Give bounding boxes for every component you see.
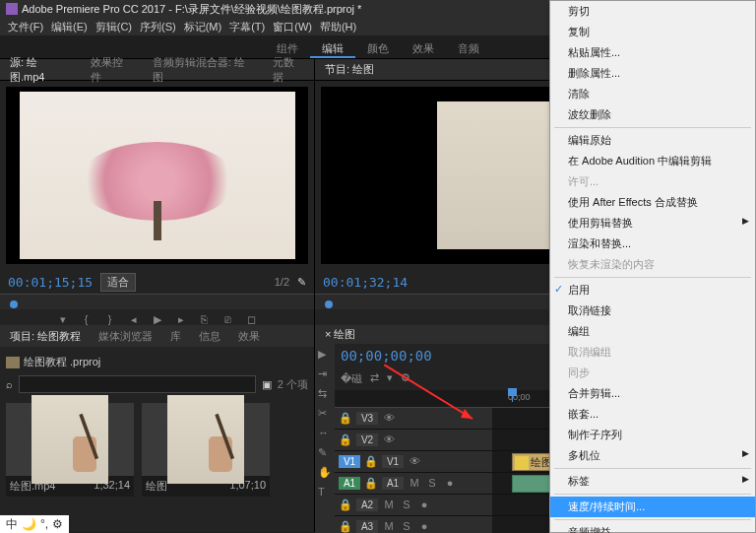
menu-marker[interactable]: 标记(M) — [182, 18, 224, 35]
razor-icon[interactable]: ✂ — [318, 407, 332, 421]
a3-label[interactable]: A3 — [356, 520, 378, 533]
ctx-item[interactable]: 剪切 — [550, 1, 755, 22]
source-resolution[interactable]: 1/2 — [275, 276, 289, 288]
eye-icon[interactable]: 👁 — [408, 455, 421, 469]
v1-src-label[interactable]: V1 — [339, 455, 360, 468]
ctx-item[interactable]: 粘贴属性... — [550, 42, 755, 63]
record-icon[interactable]: ● — [443, 477, 457, 491]
program-timecode[interactable]: 00:01;32;14 — [323, 275, 408, 290]
ctx-item[interactable]: 复制 — [550, 22, 755, 42]
slip-icon[interactable]: ↔ — [318, 427, 332, 440]
a2-label[interactable]: A2 — [356, 499, 378, 511]
ws-tab-editing[interactable]: 编辑 — [310, 37, 355, 58]
ctx-item[interactable]: 编组 — [550, 321, 755, 342]
ctx-item[interactable]: 许可... — [550, 171, 755, 192]
snap-icon[interactable]: �磁 — [341, 371, 362, 386]
metadata-tab[interactable]: 元数据 — [269, 53, 308, 87]
ctx-item[interactable]: 音频增益... — [550, 522, 755, 533]
hand-icon[interactable]: ✋ — [318, 466, 332, 480]
timeline-timecode[interactable]: 00;00;00;00 — [341, 348, 432, 364]
lock-icon[interactable]: 🔒 — [339, 520, 352, 534]
source-fit-dropdown[interactable]: 适合 — [100, 273, 136, 292]
record-icon[interactable]: ● — [417, 520, 431, 534]
thumb-item-1[interactable]: 绘图.mp41;32;14 — [6, 403, 134, 497]
ctx-item[interactable]: 多机位▶ — [550, 445, 755, 466]
ctx-item[interactable]: 取消编组 — [550, 342, 755, 363]
ctx-item[interactable]: 合并剪辑... — [550, 383, 755, 404]
ctx-item[interactable]: 编辑原始 — [550, 130, 755, 151]
selection-tool-icon[interactable]: ▶ — [318, 348, 332, 362]
audio-mixer-tab[interactable]: 音频剪辑混合器: 绘图 — [149, 53, 257, 87]
source-preview[interactable] — [6, 87, 308, 264]
ime-widget[interactable]: 中 🌙 °, ⚙ — [0, 515, 69, 533]
mute-icon[interactable]: M — [382, 499, 396, 512]
menu-clip[interactable]: 剪辑(C) — [94, 18, 134, 35]
settings-icon[interactable]: ⚙ — [401, 371, 410, 386]
mute-icon[interactable]: M — [382, 520, 396, 534]
menu-file[interactable]: 文件(F) — [6, 18, 45, 35]
thumb-item-2[interactable]: 绘图1;07;10 — [142, 403, 270, 497]
ctx-item[interactable]: 删除属性... — [550, 63, 755, 84]
record-icon[interactable]: ● — [417, 499, 431, 512]
solo-icon[interactable]: S — [425, 477, 439, 491]
ctx-item[interactable]: 标签▶ — [550, 471, 755, 492]
menu-edit[interactable]: 编辑(E) — [49, 18, 90, 35]
marker-add-icon[interactable]: ▾ — [387, 371, 393, 386]
ime-char[interactable]: 中 — [6, 516, 18, 533]
lock-icon[interactable]: 🔒 — [364, 455, 378, 469]
ctx-item[interactable]: 使用 After Effects 合成替换 — [550, 192, 755, 213]
ripple-icon[interactable]: ⇆ — [318, 387, 332, 401]
ctx-item[interactable]: 使用剪辑替换▶ — [550, 213, 755, 233]
ctx-item[interactable]: 波纹删除 — [550, 104, 755, 125]
comma-icon[interactable]: °, — [40, 517, 48, 531]
program-tab[interactable]: 节目: 绘图 — [321, 60, 378, 79]
ws-tab-effects[interactable]: 效果 — [401, 37, 446, 58]
fx-controls-tab[interactable]: 效果控件 — [87, 53, 137, 87]
v2-label[interactable]: V2 — [356, 433, 378, 446]
eye-icon[interactable]: 👁 — [382, 433, 396, 447]
playhead[interactable] — [512, 390, 513, 402]
a1-label[interactable]: A1 — [382, 477, 404, 490]
menu-window[interactable]: 窗口(W) — [271, 18, 314, 35]
ctx-item[interactable]: 清除 — [550, 84, 755, 104]
v1-label[interactable]: V1 — [382, 455, 404, 468]
a1-src-label[interactable]: A1 — [339, 477, 360, 490]
pen-icon[interactable]: ✎ — [318, 446, 332, 460]
ctx-item[interactable]: 嵌套... — [550, 404, 755, 425]
ws-tab-audio[interactable]: 音频 — [446, 37, 491, 58]
mute-icon[interactable]: M — [408, 477, 421, 491]
search-icon[interactable]: ⌕ — [6, 378, 13, 390]
gear-icon[interactable]: ⚙ — [52, 517, 63, 531]
proj-tab-media[interactable]: 媒体浏览器 — [94, 327, 157, 346]
moon-icon[interactable]: 🌙 — [22, 517, 36, 531]
v3-label[interactable]: V3 — [356, 412, 378, 425]
ctx-item[interactable]: 制作子序列 — [550, 425, 755, 445]
ctx-item[interactable]: 恢复未渲染的内容 — [550, 254, 755, 275]
eye-icon[interactable]: 👁 — [382, 412, 396, 426]
search-input[interactable] — [19, 375, 256, 393]
menu-sequence[interactable]: 序列(S) — [138, 18, 178, 35]
menu-help[interactable]: 帮助(H) — [318, 18, 358, 35]
ws-tab-color[interactable]: 颜色 — [355, 37, 401, 58]
proj-tab-info[interactable]: 信息 — [195, 327, 224, 346]
lock-icon[interactable]: 🔒 — [339, 499, 352, 512]
menu-title[interactable]: 字幕(T) — [227, 18, 267, 35]
track-select-icon[interactable]: ⇥ — [318, 367, 332, 381]
source-ruler[interactable] — [0, 294, 314, 309]
proj-tab-lib[interactable]: 库 — [166, 327, 185, 346]
ctx-item[interactable]: 同步 — [550, 363, 755, 383]
linked-icon[interactable]: ⇄ — [370, 371, 379, 386]
pencil-icon[interactable]: ✎ — [297, 276, 306, 289]
type-icon[interactable]: T — [318, 486, 332, 500]
bin-icon[interactable]: ▣ — [262, 378, 272, 391]
ctx-item[interactable]: 取消链接 — [550, 300, 755, 321]
solo-icon[interactable]: S — [400, 520, 413, 534]
timeline-tab[interactable]: × 绘图 — [321, 325, 359, 344]
proj-tab-project[interactable]: 项目: 绘图教程 — [6, 327, 85, 346]
ctx-item[interactable]: ✓启用 — [550, 280, 755, 300]
source-timecode[interactable]: 00:01;15;15 — [8, 275, 93, 290]
solo-icon[interactable]: S — [400, 499, 413, 512]
source-tab[interactable]: 源: 绘图.mp4 — [6, 53, 75, 87]
ctx-item[interactable]: 渲染和替换... — [550, 233, 755, 254]
lock-icon[interactable]: 🔒 — [339, 412, 352, 426]
